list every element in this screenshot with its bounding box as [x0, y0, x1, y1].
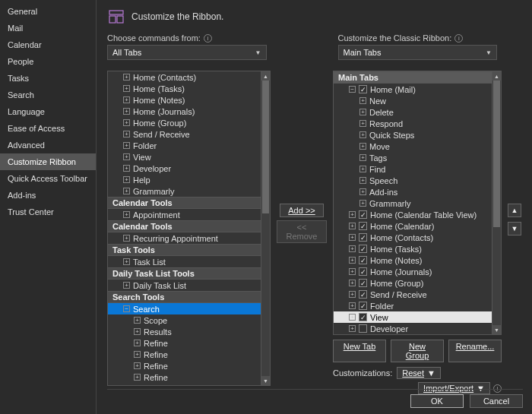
tree-item[interactable]: Scope: [108, 314, 261, 326]
expand-icon[interactable]: [349, 291, 356, 298]
ribbon-tree[interactable]: Main TabsHome (Mail)NewDeleteRespondQuic…: [333, 71, 502, 335]
checkbox[interactable]: [359, 324, 367, 333]
tree-item[interactable]: Home (Group): [108, 117, 261, 128]
sidebar-item[interactable]: Calendar: [0, 36, 96, 53]
move-down-button[interactable]: ▼: [508, 222, 521, 235]
expand-icon[interactable]: [123, 131, 130, 137]
checkbox[interactable]: [359, 302, 367, 310]
tree-item[interactable]: Home (Journals): [334, 266, 492, 277]
scroll-up-icon[interactable]: ▲: [261, 71, 270, 81]
expand-icon[interactable]: [359, 143, 366, 150]
expand-icon[interactable]: [349, 245, 356, 252]
expand-icon[interactable]: [123, 142, 130, 149]
tree-item[interactable]: Tags: [334, 152, 492, 163]
checkbox[interactable]: [359, 85, 367, 93]
checkbox[interactable]: [359, 313, 367, 321]
scrollbar[interactable]: ▲ ▼: [261, 71, 270, 385]
expand-icon[interactable]: [134, 317, 141, 324]
tree-item[interactable]: Grammarly: [334, 198, 492, 209]
ok-button[interactable]: OK: [410, 394, 464, 408]
tree-item[interactable]: Home (Group): [334, 277, 492, 289]
expand-icon[interactable]: [123, 108, 130, 115]
expand-icon[interactable]: [349, 223, 356, 229]
sidebar-item[interactable]: Tasks: [0, 70, 96, 87]
tree-item[interactable]: Grammarly: [108, 185, 261, 197]
tree-item[interactable]: Search: [108, 303, 261, 314]
scroll-thumb[interactable]: [493, 81, 500, 227]
scroll-down-icon[interactable]: ▼: [492, 325, 501, 334]
expand-icon[interactable]: [134, 340, 141, 346]
tree-item[interactable]: Home (Mail): [334, 84, 492, 95]
scroll-thumb[interactable]: [262, 81, 269, 213]
tree-item[interactable]: New: [334, 95, 492, 106]
checkbox[interactable]: [359, 233, 367, 242]
expand-icon[interactable]: [349, 280, 356, 286]
sidebar-item[interactable]: Trust Center: [0, 204, 96, 220]
sidebar-item[interactable]: Ease of Access: [0, 120, 96, 137]
expand-icon[interactable]: [349, 257, 356, 264]
expand-icon[interactable]: [134, 351, 141, 358]
tree-item[interactable]: Results: [108, 326, 261, 337]
tree-item[interactable]: Home (Calendar): [334, 220, 492, 232]
expand-icon[interactable]: [123, 96, 130, 103]
tree-item[interactable]: Speech: [334, 175, 492, 186]
expand-icon[interactable]: [123, 211, 130, 218]
expand-icon[interactable]: [359, 188, 366, 195]
expand-icon[interactable]: [123, 165, 130, 172]
tree-item[interactable]: Send / Receive: [334, 289, 492, 300]
tree-item[interactable]: Send / Receive: [108, 128, 261, 140]
expand-icon[interactable]: [359, 97, 366, 104]
tree-item[interactable]: Delete: [334, 106, 492, 118]
checkbox[interactable]: [359, 290, 367, 299]
rename-button[interactable]: Rename...: [448, 340, 502, 362]
checkbox[interactable]: [359, 210, 367, 219]
expand-icon[interactable]: [134, 328, 141, 335]
expand-icon[interactable]: [359, 120, 366, 127]
expand-icon[interactable]: [359, 131, 366, 138]
expand-icon[interactable]: [349, 268, 356, 275]
expand-icon[interactable]: [359, 200, 366, 207]
tree-item[interactable]: Home (Contacts): [334, 232, 492, 243]
expand-icon[interactable]: [134, 374, 141, 381]
move-up-button[interactable]: ▲: [508, 204, 521, 217]
expand-icon[interactable]: [349, 211, 356, 218]
tree-item[interactable]: Home (Contacts): [108, 71, 261, 83]
expand-icon[interactable]: [349, 314, 356, 321]
checkbox[interactable]: [359, 267, 367, 276]
collapse-icon[interactable]: [123, 305, 130, 312]
expand-icon[interactable]: [359, 154, 366, 161]
add-button[interactable]: Add >>: [280, 204, 324, 217]
new-group-button[interactable]: New Group: [391, 340, 444, 362]
expand-icon[interactable]: [123, 153, 130, 160]
commands-tree[interactable]: Home (Contacts)Home (Tasks)Home (Notes)H…: [107, 71, 271, 386]
tree-item[interactable]: Folder: [334, 300, 492, 311]
tree-item[interactable]: Home (Notes): [108, 94, 261, 106]
expand-icon[interactable]: [359, 109, 366, 115]
expand-icon[interactable]: [123, 282, 130, 289]
checkbox[interactable]: [359, 245, 367, 253]
tree-item[interactable]: Respond: [334, 118, 492, 129]
expand-icon[interactable]: [123, 188, 130, 194]
tree-item[interactable]: Home (Tasks): [108, 83, 261, 94]
sidebar-item[interactable]: Search: [0, 87, 96, 103]
tree-item[interactable]: Developer: [334, 323, 492, 334]
checkbox[interactable]: [359, 279, 367, 287]
info-icon[interactable]: i: [204, 34, 212, 43]
sidebar-item[interactable]: General: [0, 3, 96, 20]
scroll-up-icon[interactable]: ▲: [492, 71, 501, 81]
tree-item[interactable]: Refine: [108, 360, 261, 371]
expand-icon[interactable]: [123, 119, 130, 126]
tree-item[interactable]: Refine: [108, 337, 261, 349]
expand-icon[interactable]: [349, 302, 356, 309]
new-tab-button[interactable]: New Tab: [333, 340, 386, 362]
expand-icon[interactable]: [349, 234, 356, 241]
tree-item[interactable]: Home (Journals): [108, 106, 261, 117]
expand-icon[interactable]: [123, 85, 130, 92]
tree-item[interactable]: Quick Steps: [334, 129, 492, 141]
cancel-button[interactable]: Cancel: [470, 394, 523, 408]
tree-item[interactable]: Move: [334, 141, 492, 152]
sidebar-item[interactable]: People: [0, 53, 96, 70]
sidebar-item[interactable]: Language: [0, 103, 96, 120]
tree-item[interactable]: Help: [108, 174, 261, 185]
tree-item[interactable]: Refine: [108, 383, 261, 385]
